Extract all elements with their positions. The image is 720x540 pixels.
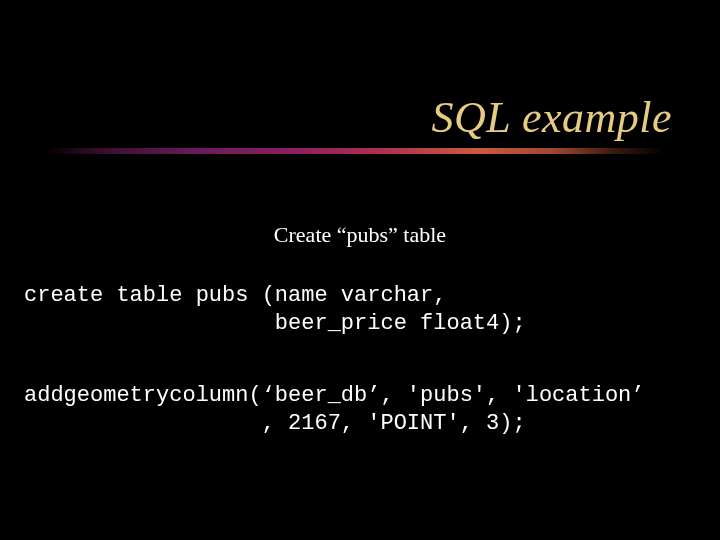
slide: SQL example Create “pubs” table create t… — [0, 0, 720, 540]
code-line: beer_price float4); — [24, 311, 526, 336]
code-block-2: addgeometrycolumn(‘beer_db’, 'pubs', 'lo… — [24, 382, 645, 437]
title-underline — [44, 148, 664, 154]
code-line: , 2167, 'POINT', 3); — [24, 411, 526, 436]
code-line: addgeometrycolumn(‘beer_db’, 'pubs', 'lo… — [24, 383, 645, 408]
code-line: create table pubs (name varchar, — [24, 283, 446, 308]
slide-title: SQL example — [431, 92, 672, 143]
slide-subtitle: Create “pubs” table — [0, 222, 720, 248]
code-block-1: create table pubs (name varchar, beer_pr… — [24, 282, 526, 337]
